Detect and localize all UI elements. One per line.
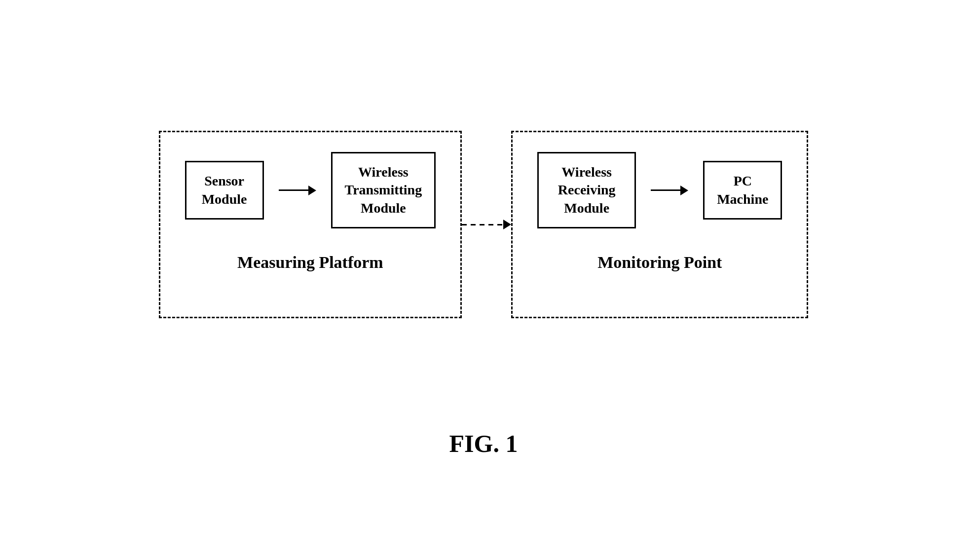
arrow-line-1 (279, 189, 308, 191)
dashed-arrow (462, 220, 511, 229)
monitoring-point-inner: WirelessReceivingModule PCMachine (537, 152, 782, 228)
solid-arrow-2 (651, 186, 688, 195)
pc-machine-box: PCMachine (703, 161, 782, 220)
figure-label: FIG. 1 (449, 429, 518, 458)
wireless-receiving-box: WirelessReceivingModule (537, 152, 636, 228)
arrow-head-2 (680, 186, 688, 195)
wireless-receiving-label: WirelessReceivingModule (558, 163, 616, 217)
dashed-arrow-container (462, 220, 511, 229)
monitoring-point-box: WirelessReceivingModule PCMachine Monito… (511, 131, 808, 318)
arrow-head-1 (308, 186, 316, 195)
measuring-platform-inner: SensorModule WirelessTransmittingModule (185, 152, 436, 228)
solid-arrow-1 (279, 186, 316, 195)
measuring-platform-box: SensorModule WirelessTransmittingModule … (159, 131, 462, 318)
outer-container: SensorModule WirelessTransmittingModule … (159, 131, 809, 318)
dashed-arrow-head (503, 220, 511, 229)
wireless-transmitting-box: WirelessTransmittingModule (331, 152, 436, 228)
figure-label-area: FIG. 1 (0, 429, 967, 458)
sensor-module-label: SensorModule (202, 172, 247, 208)
measuring-platform-label: Measuring Platform (237, 253, 383, 272)
monitoring-point-label: Monitoring Point (597, 253, 722, 272)
dashed-line (462, 224, 503, 225)
diagram-area: SensorModule WirelessTransmittingModule … (0, 0, 967, 419)
sensor-module-box: SensorModule (185, 161, 264, 220)
arrow-line-2 (651, 189, 680, 191)
wireless-transmitting-label: WirelessTransmittingModule (345, 163, 422, 217)
pc-machine-label: PCMachine (717, 172, 768, 208)
